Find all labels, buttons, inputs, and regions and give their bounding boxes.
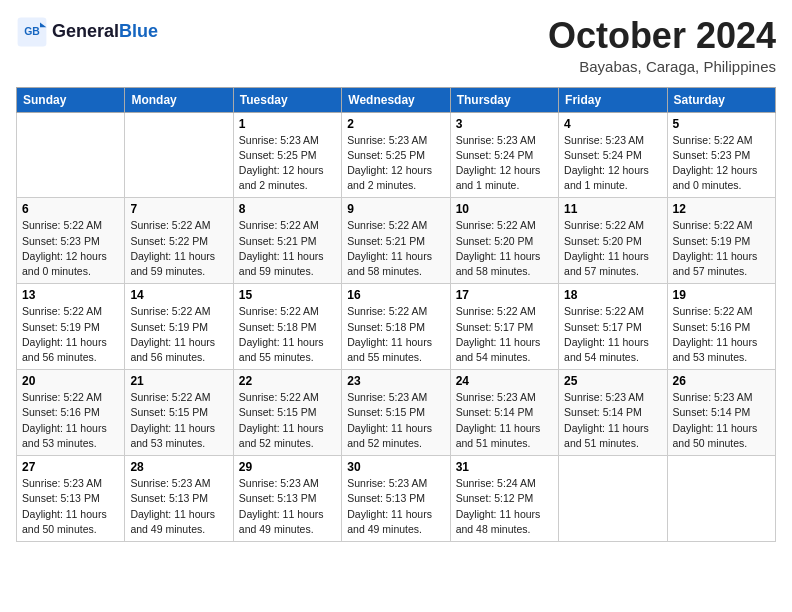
day-number: 2 (347, 117, 444, 131)
calendar-cell: 14Sunrise: 5:22 AMSunset: 5:19 PMDayligh… (125, 284, 233, 370)
logo: GB GeneralBlue (16, 16, 158, 48)
day-number: 29 (239, 460, 336, 474)
day-info: Sunrise: 5:23 AMSunset: 5:24 PMDaylight:… (456, 133, 553, 194)
calendar-cell: 15Sunrise: 5:22 AMSunset: 5:18 PMDayligh… (233, 284, 341, 370)
calendar-cell: 22Sunrise: 5:22 AMSunset: 5:15 PMDayligh… (233, 370, 341, 456)
calendar-cell: 17Sunrise: 5:22 AMSunset: 5:17 PMDayligh… (450, 284, 558, 370)
day-number: 3 (456, 117, 553, 131)
day-number: 8 (239, 202, 336, 216)
page-header: GB GeneralBlue October 2024 Bayabas, Car… (16, 16, 776, 75)
day-info: Sunrise: 5:22 AMSunset: 5:15 PMDaylight:… (130, 390, 227, 451)
location: Bayabas, Caraga, Philippines (548, 58, 776, 75)
day-info: Sunrise: 5:22 AMSunset: 5:18 PMDaylight:… (347, 304, 444, 365)
logo-icon: GB (16, 16, 48, 48)
day-info: Sunrise: 5:24 AMSunset: 5:12 PMDaylight:… (456, 476, 553, 537)
day-number: 15 (239, 288, 336, 302)
day-info: Sunrise: 5:23 AMSunset: 5:13 PMDaylight:… (239, 476, 336, 537)
calendar-cell: 7Sunrise: 5:22 AMSunset: 5:22 PMDaylight… (125, 198, 233, 284)
calendar-cell: 1Sunrise: 5:23 AMSunset: 5:25 PMDaylight… (233, 112, 341, 198)
calendar-cell: 20Sunrise: 5:22 AMSunset: 5:16 PMDayligh… (17, 370, 125, 456)
weekday-header: Monday (125, 87, 233, 112)
day-number: 14 (130, 288, 227, 302)
day-number: 16 (347, 288, 444, 302)
day-info: Sunrise: 5:23 AMSunset: 5:25 PMDaylight:… (347, 133, 444, 194)
day-info: Sunrise: 5:23 AMSunset: 5:13 PMDaylight:… (130, 476, 227, 537)
day-info: Sunrise: 5:22 AMSunset: 5:20 PMDaylight:… (456, 218, 553, 279)
weekday-header: Friday (559, 87, 667, 112)
day-info: Sunrise: 5:23 AMSunset: 5:14 PMDaylight:… (456, 390, 553, 451)
calendar-cell: 28Sunrise: 5:23 AMSunset: 5:13 PMDayligh… (125, 456, 233, 542)
day-number: 17 (456, 288, 553, 302)
day-number: 25 (564, 374, 661, 388)
day-number: 30 (347, 460, 444, 474)
calendar-cell: 23Sunrise: 5:23 AMSunset: 5:15 PMDayligh… (342, 370, 450, 456)
day-number: 6 (22, 202, 119, 216)
svg-text:GB: GB (24, 26, 40, 37)
title-block: October 2024 Bayabas, Caraga, Philippine… (548, 16, 776, 75)
day-number: 26 (673, 374, 770, 388)
day-number: 5 (673, 117, 770, 131)
day-info: Sunrise: 5:22 AMSunset: 5:23 PMDaylight:… (673, 133, 770, 194)
calendar-week-row: 13Sunrise: 5:22 AMSunset: 5:19 PMDayligh… (17, 284, 776, 370)
calendar-cell: 13Sunrise: 5:22 AMSunset: 5:19 PMDayligh… (17, 284, 125, 370)
calendar-week-row: 27Sunrise: 5:23 AMSunset: 5:13 PMDayligh… (17, 456, 776, 542)
day-info: Sunrise: 5:22 AMSunset: 5:17 PMDaylight:… (564, 304, 661, 365)
day-info: Sunrise: 5:22 AMSunset: 5:16 PMDaylight:… (22, 390, 119, 451)
calendar-cell: 6Sunrise: 5:22 AMSunset: 5:23 PMDaylight… (17, 198, 125, 284)
calendar-cell (667, 456, 775, 542)
calendar-cell (17, 112, 125, 198)
day-info: Sunrise: 5:22 AMSunset: 5:21 PMDaylight:… (347, 218, 444, 279)
calendar-cell: 27Sunrise: 5:23 AMSunset: 5:13 PMDayligh… (17, 456, 125, 542)
calendar-cell: 12Sunrise: 5:22 AMSunset: 5:19 PMDayligh… (667, 198, 775, 284)
day-info: Sunrise: 5:23 AMSunset: 5:24 PMDaylight:… (564, 133, 661, 194)
day-info: Sunrise: 5:22 AMSunset: 5:23 PMDaylight:… (22, 218, 119, 279)
calendar-cell: 9Sunrise: 5:22 AMSunset: 5:21 PMDaylight… (342, 198, 450, 284)
day-number: 18 (564, 288, 661, 302)
calendar-week-row: 1Sunrise: 5:23 AMSunset: 5:25 PMDaylight… (17, 112, 776, 198)
calendar-table: SundayMondayTuesdayWednesdayThursdayFrid… (16, 87, 776, 542)
weekday-header: Saturday (667, 87, 775, 112)
calendar-cell: 19Sunrise: 5:22 AMSunset: 5:16 PMDayligh… (667, 284, 775, 370)
day-number: 7 (130, 202, 227, 216)
day-info: Sunrise: 5:22 AMSunset: 5:20 PMDaylight:… (564, 218, 661, 279)
calendar-cell: 11Sunrise: 5:22 AMSunset: 5:20 PMDayligh… (559, 198, 667, 284)
day-number: 28 (130, 460, 227, 474)
day-number: 9 (347, 202, 444, 216)
day-number: 21 (130, 374, 227, 388)
calendar-cell: 24Sunrise: 5:23 AMSunset: 5:14 PMDayligh… (450, 370, 558, 456)
calendar-cell: 26Sunrise: 5:23 AMSunset: 5:14 PMDayligh… (667, 370, 775, 456)
day-number: 11 (564, 202, 661, 216)
day-info: Sunrise: 5:22 AMSunset: 5:22 PMDaylight:… (130, 218, 227, 279)
day-info: Sunrise: 5:22 AMSunset: 5:19 PMDaylight:… (130, 304, 227, 365)
weekday-header: Tuesday (233, 87, 341, 112)
day-info: Sunrise: 5:22 AMSunset: 5:21 PMDaylight:… (239, 218, 336, 279)
day-number: 4 (564, 117, 661, 131)
calendar-cell: 25Sunrise: 5:23 AMSunset: 5:14 PMDayligh… (559, 370, 667, 456)
day-info: Sunrise: 5:22 AMSunset: 5:19 PMDaylight:… (673, 218, 770, 279)
day-info: Sunrise: 5:23 AMSunset: 5:15 PMDaylight:… (347, 390, 444, 451)
day-number: 22 (239, 374, 336, 388)
weekday-header: Sunday (17, 87, 125, 112)
day-number: 13 (22, 288, 119, 302)
day-info: Sunrise: 5:23 AMSunset: 5:14 PMDaylight:… (564, 390, 661, 451)
day-info: Sunrise: 5:23 AMSunset: 5:25 PMDaylight:… (239, 133, 336, 194)
calendar-cell: 30Sunrise: 5:23 AMSunset: 5:13 PMDayligh… (342, 456, 450, 542)
calendar-cell: 18Sunrise: 5:22 AMSunset: 5:17 PMDayligh… (559, 284, 667, 370)
weekday-header: Thursday (450, 87, 558, 112)
calendar-cell: 29Sunrise: 5:23 AMSunset: 5:13 PMDayligh… (233, 456, 341, 542)
day-number: 24 (456, 374, 553, 388)
calendar-week-row: 6Sunrise: 5:22 AMSunset: 5:23 PMDaylight… (17, 198, 776, 284)
calendar-cell: 10Sunrise: 5:22 AMSunset: 5:20 PMDayligh… (450, 198, 558, 284)
calendar-week-row: 20Sunrise: 5:22 AMSunset: 5:16 PMDayligh… (17, 370, 776, 456)
month-title: October 2024 (548, 16, 776, 56)
calendar-cell (125, 112, 233, 198)
calendar-cell: 16Sunrise: 5:22 AMSunset: 5:18 PMDayligh… (342, 284, 450, 370)
day-number: 12 (673, 202, 770, 216)
day-number: 23 (347, 374, 444, 388)
day-info: Sunrise: 5:23 AMSunset: 5:13 PMDaylight:… (22, 476, 119, 537)
day-info: Sunrise: 5:23 AMSunset: 5:14 PMDaylight:… (673, 390, 770, 451)
day-number: 27 (22, 460, 119, 474)
logo-text: GeneralBlue (52, 22, 158, 42)
day-number: 1 (239, 117, 336, 131)
day-number: 19 (673, 288, 770, 302)
